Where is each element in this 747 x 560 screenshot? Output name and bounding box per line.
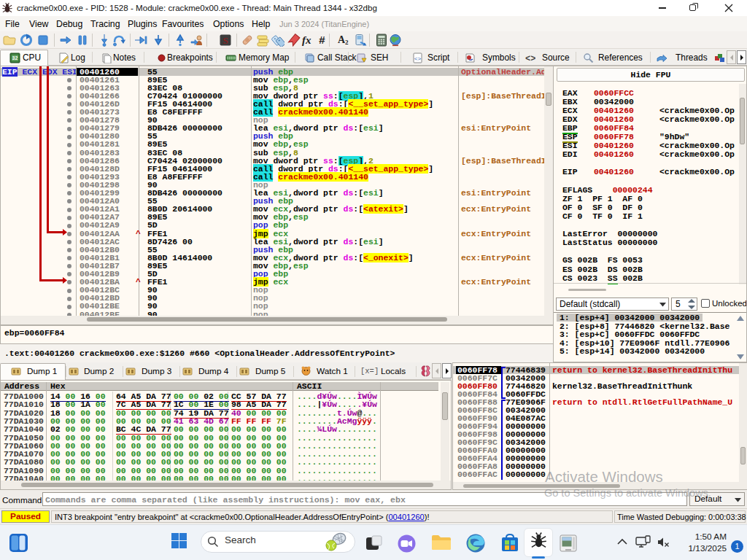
svg-text:#: # [319,34,325,46]
svg-text:<>: <> [414,55,422,62]
svg-text:32: 32 [12,55,18,61]
svg-text:<>: <> [525,54,535,64]
svg-text:2: 2 [345,39,349,46]
svg-text:S: S [222,35,228,46]
svg-text:fx: fx [302,34,311,46]
